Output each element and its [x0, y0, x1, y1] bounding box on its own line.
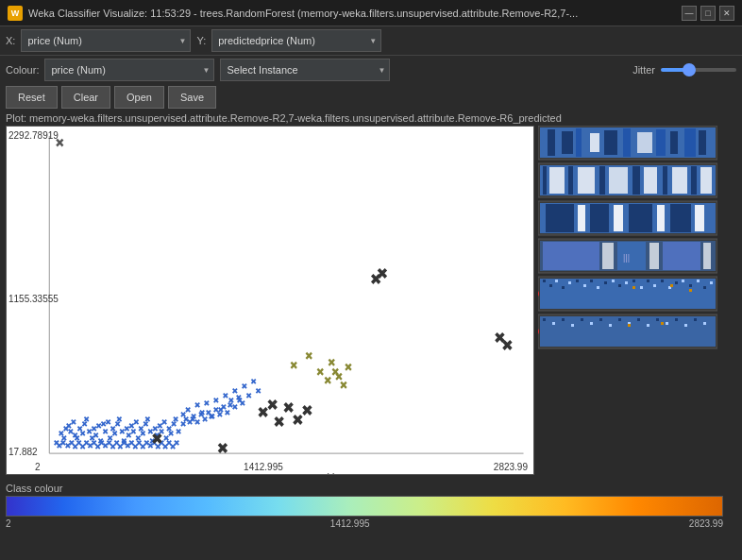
y-label: Y:: [196, 35, 206, 46]
scatter-plot: 2292.78919 1155.33555 17.882 2 1412.995 …: [6, 126, 534, 475]
svg-text:×: ×: [251, 378, 256, 387]
minimize-button[interactable]: —: [682, 6, 697, 21]
reset-button[interactable]: Reset: [6, 86, 58, 109]
svg-rect-163: [578, 167, 595, 194]
y-dropdown[interactable]: predictedprice (Num): [211, 29, 381, 52]
svg-rect-200: [583, 284, 586, 287]
svg-text:×: ×: [185, 405, 190, 415]
svg-text:×: ×: [223, 391, 228, 400]
svg-rect-177: [614, 205, 623, 231]
colour-instance-row: Colour: price (Num) Select Instance Jitt…: [0, 56, 742, 84]
clear-button[interactable]: Clear: [61, 86, 110, 109]
svg-rect-240: [684, 324, 687, 327]
svg-rect-239: [675, 318, 678, 321]
svg-rect-169: [672, 167, 687, 194]
svg-rect-178: [629, 204, 652, 232]
svg-rect-229: [581, 318, 583, 321]
svg-rect-209: [647, 280, 649, 282]
svg-text:×: ×: [242, 382, 246, 391]
svg-text:×: ×: [174, 415, 178, 424]
svg-text:×: ×: [240, 399, 245, 408]
svg-rect-147: [548, 129, 555, 156]
y-axis-mid: 1155.33555: [8, 294, 59, 304]
tick-mid: 1412.995: [330, 518, 370, 529]
svg-rect-245: [538, 352, 717, 475]
svg-text:×: ×: [213, 396, 218, 405]
main-area: 2292.78919 1155.33555 17.882 2 1412.995 …: [0, 126, 742, 479]
x-axis-right: 2823.99: [494, 462, 528, 472]
y-axis-top: 2292.78919: [8, 130, 59, 141]
svg-text:×: ×: [141, 429, 145, 438]
svg-text:×: ×: [341, 379, 347, 392]
svg-rect-236: [647, 324, 649, 327]
jitter-control: Jitter: [632, 64, 736, 76]
svg-rect-174: [546, 204, 574, 232]
svg-rect-185: [602, 243, 614, 269]
buttons-row: Reset Clear Open Save: [0, 84, 742, 110]
colour-bar-label: Class colour: [6, 483, 736, 494]
svg-rect-160: [543, 166, 547, 195]
svg-rect-211: [661, 280, 664, 282]
colour-bar-section: Class colour 2 1412.995 2823.99: [0, 479, 742, 531]
right-panel-svg: |||: [538, 126, 717, 475]
maximize-button[interactable]: □: [700, 6, 716, 21]
svg-rect-233: [618, 318, 621, 321]
colour-dropdown[interactable]: price (Num): [44, 59, 214, 81]
svg-rect-190: [703, 243, 711, 269]
svg-text:×: ×: [325, 375, 331, 388]
svg-rect-204: [612, 280, 615, 282]
xy-row: X: price (Num) Y: predictedprice (Num): [0, 26, 742, 56]
x-label: X:: [6, 35, 15, 46]
svg-rect-230: [590, 322, 593, 325]
svg-text:×: ×: [268, 397, 277, 413]
svg-rect-149: [576, 128, 582, 157]
svg-rect-167: [644, 167, 657, 194]
svg-rect-171: [700, 167, 712, 194]
instance-dropdown[interactable]: Select Instance: [220, 59, 390, 81]
svg-text:×: ×: [169, 429, 174, 438]
svg-rect-170: [691, 166, 697, 195]
svg-rect-175: [578, 205, 585, 231]
svg-text:×: ×: [303, 402, 312, 418]
svg-rect-205: [618, 284, 621, 287]
window-controls: — □ ✕: [682, 6, 734, 21]
app-icon: W: [8, 6, 23, 21]
svg-rect-227: [562, 318, 565, 321]
svg-rect-238: [666, 322, 668, 325]
svg-rect-231: [599, 318, 602, 321]
svg-rect-168: [663, 166, 667, 195]
svg-rect-244: [661, 322, 664, 325]
open-button[interactable]: Open: [114, 86, 164, 109]
svg-rect-152: [623, 128, 631, 157]
svg-text:×: ×: [346, 361, 352, 374]
save-button[interactable]: Save: [168, 86, 216, 109]
svg-rect-150: [590, 133, 599, 152]
svg-text:×: ×: [204, 399, 209, 408]
svg-rect-201: [590, 280, 593, 282]
jitter-slider[interactable]: [661, 68, 736, 72]
colour-label: Colour:: [6, 64, 39, 76]
svg-text:×: ×: [246, 391, 251, 400]
svg-rect-197: [562, 286, 565, 289]
svg-text:×: ×: [306, 349, 312, 363]
svg-text:|||: |||: [623, 253, 630, 263]
svg-text:×: ×: [503, 337, 512, 353]
scatter-svg: ××× ××× ××× ××× ××× ××× ××× ××× ××× ××× …: [7, 127, 533, 474]
svg-rect-203: [604, 281, 607, 284]
title-bar: W Weka Classifier Visualize: 11:53:29 - …: [0, 0, 742, 26]
window-title: Weka Classifier Visualize: 11:53:29 - tr…: [28, 8, 676, 19]
svg-rect-155: [670, 131, 678, 154]
close-button[interactable]: ✕: [719, 6, 734, 21]
svg-rect-188: [649, 243, 659, 269]
colour-bar: [6, 496, 723, 517]
x-dropdown[interactable]: price (Num): [21, 29, 191, 52]
svg-text:×: ×: [294, 412, 302, 428]
svg-rect-180: [670, 204, 691, 232]
svg-text:×: ×: [256, 386, 261, 396]
svg-rect-225: [543, 318, 546, 321]
colour-bar-ticks: 2 1412.995 2823.99: [6, 518, 723, 529]
svg-rect-179: [657, 205, 665, 231]
svg-rect-161: [549, 167, 565, 194]
svg-text:×: ×: [317, 365, 324, 379]
tick-left: 2: [6, 518, 11, 529]
